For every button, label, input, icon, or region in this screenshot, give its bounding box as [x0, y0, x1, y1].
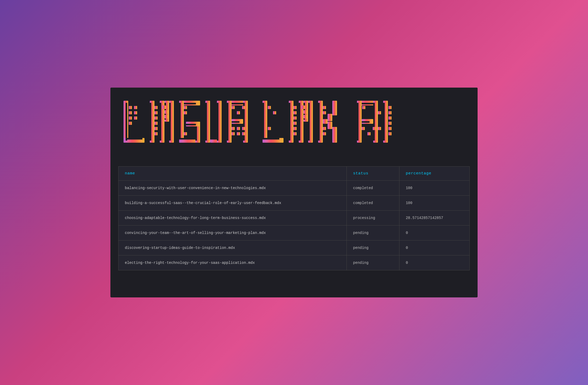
table-row: choosing-adaptable-technology-for-long-t…	[119, 211, 470, 226]
svg-rect-91	[388, 132, 392, 135]
cell-status: pending	[347, 255, 399, 270]
svg-rect-111	[237, 132, 240, 135]
cell-name: discovering-startup-ideas-guide-to-inspi…	[119, 240, 347, 255]
svg-rect-75	[134, 106, 137, 109]
svg-rect-76	[134, 111, 137, 114]
svg-rect-52	[303, 110, 307, 114]
svg-rect-120	[378, 127, 381, 130]
svg-rect-24	[186, 124, 196, 125]
svg-rect-18	[179, 103, 181, 141]
svg-rect-97	[154, 132, 158, 135]
svg-rect-53	[303, 115, 307, 119]
cell-name: choosing-adaptable-technology-for-long-t…	[119, 211, 347, 226]
svg-rect-40	[263, 103, 264, 141]
svg-rect-114	[242, 106, 245, 109]
svg-rect-81	[268, 106, 271, 109]
table-row: electing-the-right-technology-for-your-s…	[119, 255, 470, 270]
svg-rect-109	[237, 111, 240, 114]
svg-rect-57	[328, 114, 332, 121]
svg-rect-38	[232, 121, 239, 123]
svg-rect-26	[205, 103, 207, 141]
svg-rect-30	[217, 103, 218, 141]
svg-rect-107	[323, 127, 326, 130]
svg-rect-58	[332, 101, 337, 115]
cell-percentage: 100	[399, 196, 470, 211]
svg-rect-77	[134, 116, 137, 120]
svg-rect-28	[210, 138, 218, 140]
cell-name: electing-the-right-technology-for-your-s…	[119, 255, 347, 270]
svg-rect-96	[154, 127, 158, 130]
svg-rect-117	[362, 127, 365, 130]
svg-rect-34	[227, 103, 228, 141]
svg-rect-113	[232, 132, 235, 135]
svg-rect-104	[323, 106, 326, 109]
svg-rect-66	[373, 103, 375, 141]
svg-rect-12	[162, 105, 166, 109]
svg-rect-56	[323, 119, 328, 124]
svg-rect-51	[301, 105, 305, 109]
svg-rect-89	[388, 122, 392, 125]
svg-rect-115	[242, 127, 245, 130]
cell-percentage: 0	[399, 255, 470, 270]
svg-rect-3	[126, 138, 142, 140]
svg-rect-5	[150, 103, 151, 141]
svg-rect-46	[299, 103, 300, 141]
svg-rect-103	[293, 132, 297, 135]
svg-rect-20	[179, 138, 196, 140]
svg-rect-102	[293, 127, 297, 130]
svg-rect-68	[362, 121, 370, 123]
logo-area	[110, 88, 478, 166]
cell-name: building-a-successful-saas--the-crucial-…	[119, 196, 347, 211]
table-container: name status percentage balancing-securit…	[110, 166, 478, 281]
svg-rect-119	[373, 127, 376, 130]
svg-rect-101	[293, 122, 297, 125]
svg-rect-11	[169, 103, 171, 141]
svg-rect-55	[318, 103, 320, 141]
svg-rect-92	[154, 106, 158, 109]
cell-name: balancing-security-with-user-convenience…	[119, 181, 347, 196]
svg-rect-70	[383, 103, 385, 141]
data-table: name status percentage balancing-securit…	[118, 166, 470, 270]
svg-rect-50	[308, 103, 310, 141]
svg-rect-83	[268, 127, 271, 130]
header-row: name status percentage	[119, 167, 470, 181]
svg-rect-13	[164, 110, 168, 114]
svg-rect-14	[164, 115, 168, 119]
svg-rect-86	[388, 106, 392, 109]
svg-rect-85	[378, 111, 381, 114]
svg-rect-78	[184, 106, 187, 109]
svg-rect-80	[184, 132, 187, 135]
svg-rect-88	[388, 116, 392, 120]
header-percentage: percentage	[399, 167, 470, 181]
svg-rect-105	[323, 111, 326, 114]
table-row: convincing-your-team--the-art-of-selling…	[119, 226, 470, 240]
svg-rect-74	[129, 122, 132, 125]
svg-rect-2	[126, 103, 127, 141]
svg-rect-82	[273, 111, 276, 114]
svg-rect-64	[357, 103, 359, 141]
cell-percentage: 100	[399, 181, 470, 196]
svg-rect-95	[154, 122, 158, 125]
svg-rect-73	[129, 116, 132, 120]
table-row: discovering-startup-ideas-guide-to-inspi…	[119, 240, 470, 255]
svg-rect-106	[323, 132, 326, 135]
svg-rect-100	[293, 116, 297, 120]
svg-rect-71	[129, 106, 132, 109]
svg-rect-60	[332, 127, 337, 143]
svg-rect-94	[154, 116, 158, 120]
cell-status: completed	[347, 181, 399, 196]
svg-rect-112	[232, 127, 235, 130]
main-container: name status percentage balancing-securit…	[110, 88, 478, 297]
svg-rect-42	[263, 138, 279, 140]
svg-rect-90	[388, 127, 392, 130]
svg-rect-79	[184, 111, 187, 114]
svg-rect-116	[242, 132, 245, 135]
table-body: balancing-security-with-user-convenience…	[119, 181, 470, 270]
cell-percentage: 0	[399, 240, 470, 255]
svg-rect-110	[237, 127, 240, 130]
svg-rect-59	[328, 122, 332, 129]
svg-rect-72	[129, 111, 132, 114]
table-row: balancing-security-with-user-convenience…	[119, 181, 470, 196]
cell-percentage: 28.57142857142857	[399, 211, 470, 226]
logo-svg	[121, 98, 467, 151]
